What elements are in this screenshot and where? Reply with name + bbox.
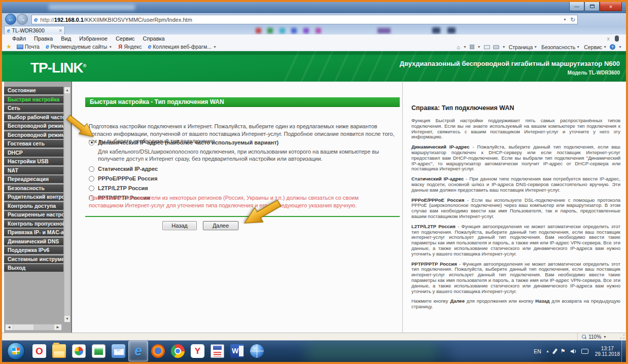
menu-item[interactable]: Сервис <box>112 35 139 42</box>
radio-button[interactable] <box>89 186 94 191</box>
scroll-down-icon[interactable]: ▼ <box>64 316 70 322</box>
home-icon[interactable]: ⌂ <box>457 44 460 50</box>
menu-item[interactable]: Вид <box>57 35 75 42</box>
sidebar-item[interactable]: Переадресация <box>4 175 63 183</box>
sidebar-item[interactable]: Контроль пропускной способности <box>4 220 63 228</box>
minimize-button[interactable]: — <box>569 2 584 11</box>
command-menu[interactable]: Страница▼ <box>509 44 538 50</box>
command-menu[interactable]: Безопасность▼ <box>541 44 580 50</box>
hidden-icons-caret[interactable]: ▲ <box>546 349 549 353</box>
taskbar-app[interactable] <box>29 341 49 361</box>
sidebar-item[interactable]: Контроль доступа <box>4 202 63 210</box>
menu-item[interactable]: Справка <box>139 35 169 42</box>
sidebar-horizontal-scrollbar[interactable]: ◄ ► <box>5 324 62 331</box>
help-title: Справка: Тип подключения WAN <box>411 104 514 112</box>
help-icon[interactable]: ? <box>610 44 615 50</box>
action-center-flag-icon[interactable]: ⚑ <box>561 348 566 354</box>
sidebar-item[interactable]: Выход <box>4 264 63 272</box>
forward-button[interactable]: → <box>17 14 28 25</box>
back-button[interactable]: Назад <box>162 221 197 230</box>
favorites-item[interactable]: Коллекция веб-фрагм... ▼ <box>146 43 219 50</box>
sidebar-item[interactable]: DHCP <box>4 149 63 157</box>
taskbar-app[interactable] <box>168 341 188 361</box>
sidebar-item[interactable]: Быстрая настройка <box>4 96 63 103</box>
redacted-blob <box>267 28 273 33</box>
sidebar-item[interactable]: Системные инструменты <box>4 256 63 263</box>
sidebar-item[interactable]: Родительский контроль <box>4 193 63 201</box>
touch-keyboard-icon[interactable] <box>581 349 588 354</box>
maximize-button[interactable] <box>584 2 600 11</box>
sidebar-item[interactable]: Состояние <box>4 87 63 94</box>
sidebar-item[interactable]: Гостевая сеть <box>4 140 63 148</box>
refresh-icon[interactable]: ↻ <box>570 16 575 23</box>
tab-bar: e TL-WDR3600 × <box>2 26 626 34</box>
feeds-icon[interactable] <box>470 45 474 49</box>
tab-tl-wdr3600[interactable]: e TL-WDR3600 × <box>4 26 65 34</box>
caret-down-icon[interactable]: ▼ <box>603 335 607 339</box>
scroll-right-icon[interactable]: ► <box>54 324 61 330</box>
sidebar-item[interactable]: Выбор рабочей частоты <box>4 114 63 121</box>
scroll-up-icon[interactable]: ▲ <box>64 87 70 93</box>
zoom-control[interactable]: 110% ▼ <box>577 333 607 340</box>
browser-status-bar: 110% ▼ <box>2 333 626 340</box>
taskbar-app[interactable] <box>227 341 247 361</box>
scrollbar-thumb[interactable] <box>13 324 33 330</box>
language-indicator[interactable]: EN <box>534 348 541 354</box>
scroll-left-icon[interactable]: ◄ <box>6 324 13 330</box>
caret-down-icon[interactable]: ▼ <box>109 45 112 49</box>
taskbar-app[interactable] <box>109 341 128 361</box>
mail-icon <box>112 344 125 358</box>
taskbar-app[interactable] <box>49 341 69 361</box>
sidebar-item[interactable]: Привязка IP- и MAC-адресов <box>4 229 63 236</box>
close-button[interactable]: × <box>600 2 622 11</box>
favorites-item[interactable]: Яндекс <box>116 44 144 50</box>
back-button[interactable]: ← <box>5 14 16 25</box>
favorites-item[interactable]: Почта <box>15 44 42 50</box>
next-button[interactable]: Далее <box>203 221 238 230</box>
volume-icon[interactable] <box>570 348 577 354</box>
sidebar-item[interactable]: Динамический DNS <box>4 238 63 245</box>
read-mail-icon[interactable] <box>484 45 490 49</box>
menu-item[interactable]: Избранное <box>75 35 112 42</box>
taskbar-app[interactable] <box>148 341 168 361</box>
chrome-icon <box>171 344 185 358</box>
autocomplete-caret-icon[interactable]: ▼ <box>563 18 567 21</box>
sidebar-item[interactable]: NAT <box>4 167 63 174</box>
start-button[interactable] <box>7 342 25 360</box>
sidebar-item[interactable]: Безопасность <box>4 185 63 192</box>
taskbar-app[interactable] <box>128 341 148 361</box>
add-favorite-icon[interactable]: ★ <box>6 43 12 50</box>
clock[interactable]: 13:17 29.11.2018 <box>595 346 620 357</box>
device-title: Двухдиапазонный беспроводной гигабитный … <box>400 60 620 67</box>
radio-button[interactable] <box>89 166 94 172</box>
sidebar-item[interactable]: Настройки USB <box>4 158 63 165</box>
menu-item[interactable]: Правка <box>30 35 57 42</box>
help-paragraph: Нажмите кнопку Далее для продолжения или… <box>411 299 620 310</box>
help-paragraph: Динамический IP-адрес - Пожалуйста, выбе… <box>411 144 620 172</box>
sidebar-item[interactable]: Сеть <box>4 104 63 112</box>
sidebar-item[interactable]: Поддержка IPv6 <box>4 246 63 254</box>
caret-down-icon[interactable]: ▼ <box>213 45 217 49</box>
tab-close-icon[interactable]: × <box>59 28 62 33</box>
taskbar-app[interactable] <box>188 341 207 361</box>
maximize-icon <box>590 5 595 8</box>
smiley-feedback-icon[interactable] <box>615 35 619 42</box>
pen-input-icon[interactable] <box>552 348 558 354</box>
close-toolbar-icon[interactable]: x <box>607 35 610 42</box>
sidebar-item[interactable]: Беспроводной режим - 5 ГГц <box>4 131 63 139</box>
radio-button[interactable] <box>89 176 94 181</box>
show-desktop-button[interactable] <box>621 340 626 362</box>
note-text: Примечание: Пользователи из некоторых ре… <box>89 194 393 209</box>
print-icon[interactable] <box>493 45 499 49</box>
favorites-item[interactable]: Рекомендуемые сайты ▼ <box>44 43 114 50</box>
sidebar-item[interactable]: Расширенные настройки <box>4 211 63 219</box>
taskbar-app[interactable] <box>69 341 89 361</box>
command-menu[interactable]: Сервис▼ <box>584 44 607 50</box>
redacted-blob <box>303 28 309 33</box>
menu-item[interactable]: Файл <box>8 35 30 42</box>
sidebar-item[interactable]: Беспроводной режим - 2,4 ГГц <box>4 122 63 130</box>
taskbar-app[interactable] <box>247 341 267 361</box>
address-input[interactable]: e http://192.168.0.1/KKXIIMKBIOSVYMMC/us… <box>31 15 578 24</box>
taskbar-app[interactable] <box>89 341 109 361</box>
taskbar-app[interactable] <box>207 341 227 361</box>
